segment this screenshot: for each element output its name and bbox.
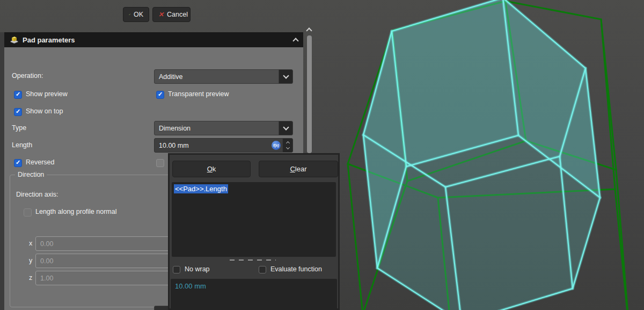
evaluate-function-label: Evaluate function [270,265,322,273]
evaluate-function-checkbox[interactable] [259,266,266,273]
formula-clear-button[interactable]: Clear [259,161,338,177]
reversed-checkbox[interactable] [14,159,22,167]
type-value: Dimension [155,121,279,135]
pad-icon [10,36,19,44]
panel-title: Pad parameters [23,36,290,44]
show-on-top-label: Show on top [26,107,63,115]
show-on-top-checkbox[interactable] [14,108,22,116]
freecad-window: { "actions": { "ok": "OK", "cancel": "Ca… [0,0,644,310]
task-actions-bar: OK ✕ Cancel [0,0,322,30]
x-axis-label: x [29,240,32,247]
formula-ok-button[interactable]: Ok [172,161,251,177]
y-axis-label: y [29,257,32,264]
preview-prism-faces [363,0,600,310]
splitter-handle[interactable] [230,259,276,261]
ok-button[interactable]: OK [123,7,149,22]
type-dropdown[interactable]: Dimension [154,121,293,135]
length-field: f(x) [154,138,293,153]
formula-clear-label: Clear [290,165,306,173]
expression-result-box: 10.00 mm [171,279,337,310]
formula-editor-dialog: Ok Clear <<Pad>>.Length No wrap Evaluate… [168,153,340,310]
type-label: Type [12,124,26,132]
chevron-down-icon [283,73,289,78]
panel-left-edge [0,32,4,310]
no-wrap-label: No wrap [185,265,210,273]
cancel-x-icon: ✕ [158,11,164,18]
operation-label: Operation: [12,72,43,80]
scrollbar-thumb[interactable] [307,35,312,153]
profile-normal-label: Length along profile normal [35,208,117,215]
operation-dropdown[interactable]: Additive [154,69,293,84]
direction-axis-label: Direction axis: [16,191,58,198]
length-spinner[interactable] [282,139,292,152]
transparent-preview-checkbox[interactable] [156,91,164,99]
formula-fx-icon[interactable]: f(x) [272,141,281,150]
spin-up-icon [286,141,289,145]
spin-down-icon [286,146,289,149]
expression-selected-text: <<Pad>>.Length [174,184,228,193]
ok-button-label: OK [134,11,143,18]
operation-value: Additive [155,70,279,83]
chevron-down-icon [283,124,289,130]
ok-swoosh-icon [129,11,130,18]
type-dropdown-button[interactable] [279,121,292,135]
show-preview-checkbox[interactable] [14,91,22,99]
formula-ok-label: Ok [207,165,216,173]
symmetric-checkbox[interactable] [156,159,164,167]
expression-result-value: 10.00 mm [175,282,206,290]
cancel-button[interactable]: ✕ Cancel [152,7,191,22]
pad-parameters-header[interactable]: Pad parameters [4,32,303,47]
z-axis-label: z [29,274,32,282]
length-label: Length [12,141,32,149]
profile-normal-checkbox[interactable] [24,208,32,217]
reversed-label: Reversed [26,158,55,166]
show-preview-label: Show preview [26,90,68,98]
cancel-button-label: Cancel [167,11,188,18]
length-input[interactable] [155,139,272,152]
collapse-chevron-icon[interactable] [292,38,298,44]
expression-editor[interactable]: <<Pad>>.Length [172,182,336,257]
direction-group-label: Direction [15,171,47,178]
operation-dropdown-button[interactable] [279,70,292,83]
no-wrap-checkbox[interactable] [173,266,180,273]
transparent-preview-label: Transparent preview [168,90,229,98]
